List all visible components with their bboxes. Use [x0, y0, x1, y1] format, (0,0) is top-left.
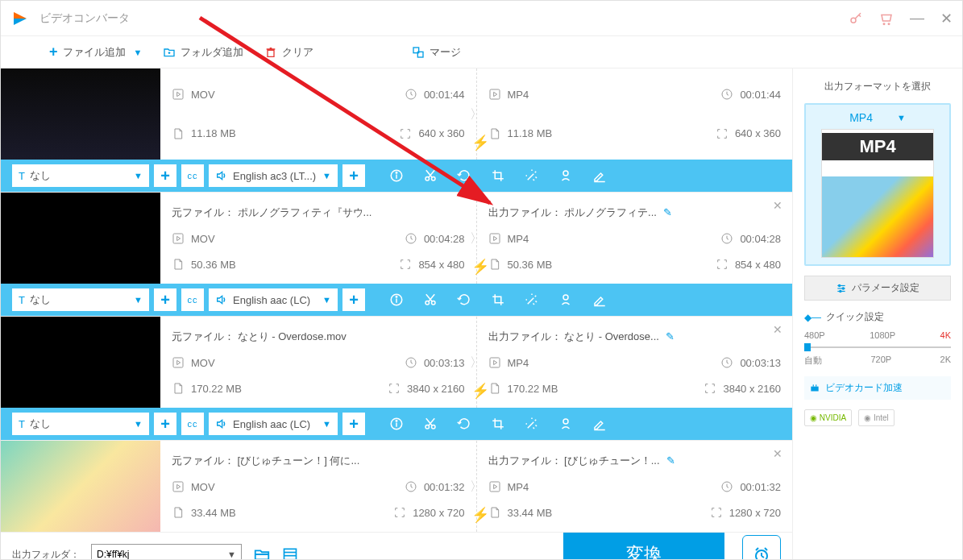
add-folder-button[interactable]: フォルダ追加	[163, 45, 243, 60]
edit-name-icon[interactable]: ✎	[663, 206, 672, 218]
resolution-icon	[393, 506, 406, 519]
add-subtitle-button[interactable]: +	[154, 164, 176, 187]
crop-icon[interactable]	[491, 168, 505, 183]
resolution-icon	[399, 127, 412, 140]
app-title: ビデオコンバータ	[39, 11, 849, 26]
lightning-icon: ⚡	[471, 506, 489, 524]
svg-rect-48	[811, 386, 818, 391]
dst-resolution: 1280 x 720	[729, 507, 781, 519]
cut-icon[interactable]	[423, 168, 438, 183]
intel-badge: ◉ Intel	[858, 409, 895, 426]
effects-icon[interactable]	[525, 168, 539, 183]
src-size: 50.36 MB	[191, 259, 236, 271]
remove-row-icon[interactable]: ✕	[773, 199, 782, 212]
svg-point-32	[563, 419, 568, 424]
format-icon	[172, 88, 185, 101]
watermark-icon[interactable]	[558, 417, 573, 431]
cut-icon[interactable]	[423, 417, 438, 431]
info-icon[interactable]	[389, 292, 404, 307]
convert-button[interactable]: 変換	[563, 533, 724, 559]
subtitle-dropdown[interactable]: T なし▼	[12, 164, 149, 187]
quality-slider[interactable]	[804, 346, 951, 348]
cart-icon[interactable]	[879, 11, 894, 26]
key-icon[interactable]	[849, 11, 863, 26]
svg-rect-25	[490, 358, 500, 367]
svg-point-19	[396, 297, 397, 298]
thumbnail[interactable]	[1, 68, 160, 160]
close-button[interactable]: ✕	[940, 10, 953, 27]
parameter-settings-button[interactable]: パラメータ設定	[804, 276, 951, 301]
clear-button[interactable]: クリア	[264, 45, 313, 60]
watermark-icon[interactable]	[558, 168, 573, 183]
sidebar-title: 出力フォーマットを選択	[804, 80, 951, 93]
rotate-icon[interactable]	[457, 417, 471, 431]
thumbnail[interactable]	[1, 317, 160, 408]
svg-rect-38	[284, 549, 296, 559]
add-file-button[interactable]: + ファイル追加 ▼	[49, 44, 142, 60]
svg-point-45	[839, 284, 841, 286]
edit-name-icon[interactable]: ✎	[666, 330, 675, 342]
lightning-icon: ⚡	[471, 382, 489, 400]
row-toolbar: T なし▼ + cc English aac (LC)▼ +	[1, 284, 792, 316]
info-icon[interactable]	[389, 417, 404, 431]
file-icon	[488, 382, 501, 395]
thumbnail[interactable]	[1, 441, 160, 532]
svg-point-46	[842, 287, 844, 288]
add-subtitle-button[interactable]: +	[154, 288, 176, 311]
effects-icon[interactable]	[525, 292, 539, 307]
subtitle-edit-icon[interactable]	[592, 168, 607, 183]
subtitle-dropdown[interactable]: T なし▼	[12, 288, 149, 311]
dst-size: 33.44 MB	[508, 507, 553, 519]
src-filename: 元ファイル： ポルノグラフィティ『サウ...	[172, 205, 465, 220]
row-toolbar: T なし▼ + cc English aac (LC)▼ +	[1, 408, 792, 440]
edit-name-icon[interactable]: ✎	[666, 454, 675, 467]
cut-icon[interactable]	[423, 292, 438, 307]
format-selector[interactable]: MP4▼ MP4	[804, 103, 951, 266]
rotate-icon[interactable]	[457, 292, 471, 307]
cc-button[interactable]: cc	[181, 413, 204, 435]
audio-dropdown[interactable]: English aac (LC)▼	[209, 288, 338, 311]
audio-dropdown[interactable]: English aac (LC)▼	[209, 413, 338, 435]
add-audio-button[interactable]: +	[342, 413, 365, 435]
watermark-icon[interactable]	[558, 292, 573, 307]
remove-row-icon[interactable]: ✕	[773, 447, 782, 460]
resolution-icon	[716, 258, 728, 271]
svg-rect-33	[173, 482, 183, 492]
cc-button[interactable]: cc	[181, 164, 204, 187]
subtitle-dropdown[interactable]: T なし▼	[12, 413, 149, 435]
subtitle-edit-icon[interactable]	[592, 417, 607, 431]
row-toolbar: T なし▼ + cc English ac3 (LT...)▼ +	[1, 160, 792, 192]
gpu-accel-toggle[interactable]: ビデオカード加速	[804, 376, 951, 400]
add-subtitle-button[interactable]: +	[154, 413, 176, 435]
rotate-icon[interactable]	[457, 168, 471, 183]
list-icon[interactable]	[282, 546, 298, 559]
clock-icon	[405, 480, 417, 493]
thumbnail[interactable]	[1, 193, 160, 284]
dst-filename: 出力ファイル： ポルノグラフィテ...✎	[488, 205, 782, 220]
crop-icon[interactable]	[491, 417, 505, 431]
cc-button[interactable]: cc	[181, 288, 204, 311]
subtitle-edit-icon[interactable]	[592, 292, 607, 307]
dst-format: MP4	[508, 481, 529, 493]
remove-row-icon[interactable]: ✕	[773, 323, 782, 336]
chevron-down-icon[interactable]: ▼	[134, 48, 143, 57]
src-duration: 00:01:32	[424, 481, 465, 493]
minimize-button[interactable]: —	[910, 10, 924, 27]
output-folder-input[interactable]	[92, 545, 222, 559]
info-icon[interactable]	[389, 168, 404, 183]
src-size: 11.18 MB	[191, 127, 236, 139]
effects-icon[interactable]	[525, 417, 539, 431]
crop-icon[interactable]	[491, 292, 505, 307]
svg-rect-5	[490, 89, 500, 99]
add-audio-button[interactable]: +	[342, 164, 365, 187]
audio-dropdown[interactable]: English ac3 (LT...)▼	[209, 164, 338, 187]
file-row: 元ファイル： なとり - Overdose.mov MOV 00:03:13 1…	[1, 317, 792, 441]
merge-button[interactable]: マージ	[412, 45, 461, 60]
src-resolution: 3840 x 2160	[407, 383, 465, 395]
open-folder-icon[interactable]	[253, 545, 271, 559]
svg-rect-3	[173, 89, 183, 99]
chevron-down-icon[interactable]: ▼	[222, 550, 241, 559]
file-row: MOV 00:01:44 11.18 MB 640 x 360 〉 ⚡ MP4 …	[1, 68, 792, 193]
schedule-button[interactable]	[742, 535, 781, 559]
add-audio-button[interactable]: +	[342, 288, 365, 311]
